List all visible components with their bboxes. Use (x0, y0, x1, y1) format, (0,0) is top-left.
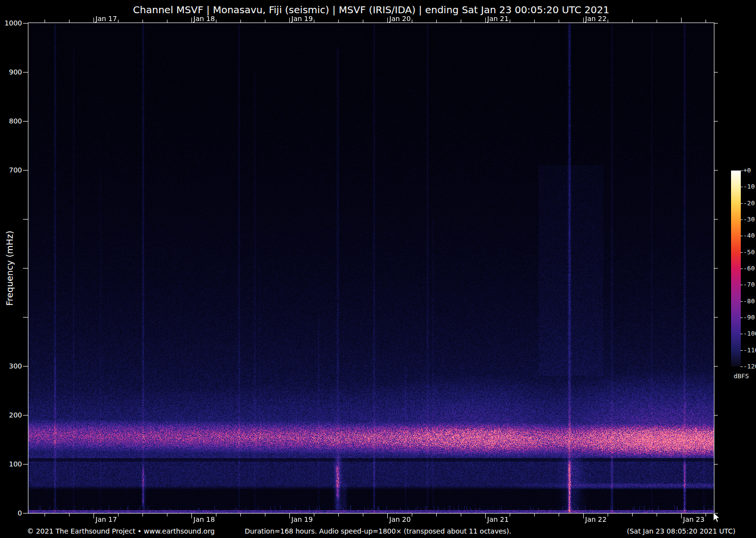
x-axis-tick (314, 514, 314, 516)
colorbar-tick (740, 350, 743, 351)
y-axis-tick (23, 23, 28, 24)
y-tick-label: 0 (0, 509, 22, 517)
colorbar-tick-label: -60 (743, 265, 755, 272)
y-axis-tick-right (714, 415, 718, 416)
x-axis-tick (191, 514, 192, 518)
y-axis-tick-right (714, 121, 718, 122)
x-axis-tick (387, 18, 388, 23)
y-axis-tick-right (714, 464, 718, 465)
x-tick-label-bottom: Jan 21 (487, 515, 509, 523)
colorbar-tick (740, 171, 743, 171)
colorbar-tick-label: -70 (743, 281, 755, 288)
x-axis-tick (240, 20, 241, 23)
y-tick-label: 800 (0, 117, 22, 125)
x-axis-tick (534, 514, 535, 516)
x-axis-tick (69, 20, 70, 23)
y-axis-tick (23, 366, 28, 367)
x-axis-tick (632, 20, 633, 23)
colorbar-tick-label: -20 (743, 200, 755, 207)
x-axis-tick (681, 18, 682, 23)
x-axis-tick (436, 20, 437, 23)
y-axis-tick (23, 268, 28, 269)
x-tick-label-top: Jan 19 (291, 15, 313, 23)
y-tick-label: 200 (0, 411, 22, 419)
y-axis-tick (23, 170, 28, 171)
x-axis-tick (632, 514, 633, 516)
y-axis-tick-right (714, 513, 718, 514)
x-axis-tick (338, 514, 339, 516)
colorbar-tick-label: -10 (743, 183, 755, 190)
x-axis-tick (485, 18, 486, 23)
chart-title: Channel MSVF | Monasavu, Fiji (seismic) … (28, 4, 714, 16)
colorbar-tick (740, 252, 743, 253)
x-axis-tick (289, 18, 290, 23)
x-axis-tick (485, 514, 486, 518)
colorbar-tick-label: +0 (743, 167, 751, 174)
x-axis-tick (118, 20, 118, 23)
x-axis-tick (265, 20, 265, 23)
colorbar-gradient (731, 171, 741, 367)
x-axis-tick (45, 514, 45, 516)
y-axis-tick (23, 121, 28, 122)
spectrogram-figure: Channel MSVF | Monasavu, Fiji (seismic) … (0, 0, 756, 538)
colorbar-tick (740, 236, 743, 236)
x-tick-label-top: Jan 17 (95, 15, 117, 23)
x-axis-tick (191, 18, 192, 23)
colorbar-tick (740, 285, 743, 285)
y-tick-label: 900 (0, 68, 22, 76)
y-axis-tick-right (714, 219, 718, 220)
colorbar-tick-label: -110 (743, 347, 756, 354)
x-axis-tick (706, 20, 706, 23)
y-axis-tick-right (714, 268, 718, 269)
x-axis-tick (412, 20, 412, 23)
spectrogram-canvas (28, 23, 714, 513)
y-tick-label: 100 (0, 460, 22, 468)
x-axis-tick (142, 20, 143, 23)
y-axis-tick-right (714, 23, 718, 24)
x-tick-label-top: Jan 20 (389, 15, 411, 23)
x-axis-tick (657, 20, 657, 23)
colorbar-tick-label: -30 (743, 216, 755, 223)
colorbar-unit-label: dBFS (730, 372, 753, 380)
x-axis-tick (583, 514, 584, 518)
colorbar-tick-label: -80 (743, 298, 755, 305)
colorbar-tick (740, 334, 743, 334)
x-axis-tick (142, 514, 143, 516)
x-axis-tick (240, 514, 241, 516)
x-axis-tick (706, 514, 706, 516)
x-tick-label-bottom: Jan 20 (389, 515, 411, 523)
y-axis-label: Frequency (mHz) (3, 23, 16, 513)
x-axis-tick (510, 20, 510, 23)
y-axis-tick-right (714, 170, 718, 171)
y-tick-label: 300 (0, 362, 22, 370)
x-axis-tick (534, 20, 535, 23)
y-axis-tick-right (714, 366, 718, 367)
colorbar-tick-label: -40 (743, 232, 755, 239)
colorbar-tick-label: -50 (743, 249, 755, 256)
x-axis-tick (387, 514, 388, 518)
x-axis-tick (436, 514, 437, 516)
y-axis-tick (23, 513, 28, 514)
x-axis-tick (216, 514, 216, 516)
x-axis-tick (608, 514, 608, 516)
y-tick-label: 700 (0, 166, 22, 174)
colorbar-tick (740, 187, 743, 187)
x-tick-label-top: Jan 18 (193, 15, 215, 23)
y-axis-tick-right (714, 72, 718, 73)
x-tick-label-bottom: Jan 23 (683, 515, 705, 523)
x-tick-label-top: Jan 22 (585, 15, 607, 23)
x-tick-label-bottom: Jan 18 (193, 515, 215, 523)
colorbar-tick-label: -90 (743, 314, 755, 321)
x-axis-tick (363, 20, 363, 23)
colorbar-tick (740, 318, 743, 318)
colorbar-tick (740, 269, 743, 269)
y-tick-label: 1000 (0, 19, 22, 27)
colorbar-tick-label: -120 (743, 363, 756, 370)
x-axis-tick (510, 514, 510, 516)
x-axis-tick (118, 514, 118, 516)
x-axis-tick (69, 514, 70, 516)
x-axis-tick (608, 20, 608, 23)
x-axis-tick (657, 514, 657, 516)
footer-timestamp: (Sat Jan 23 08:05:20 2021 UTC) (627, 527, 735, 535)
x-axis-tick (412, 514, 412, 516)
